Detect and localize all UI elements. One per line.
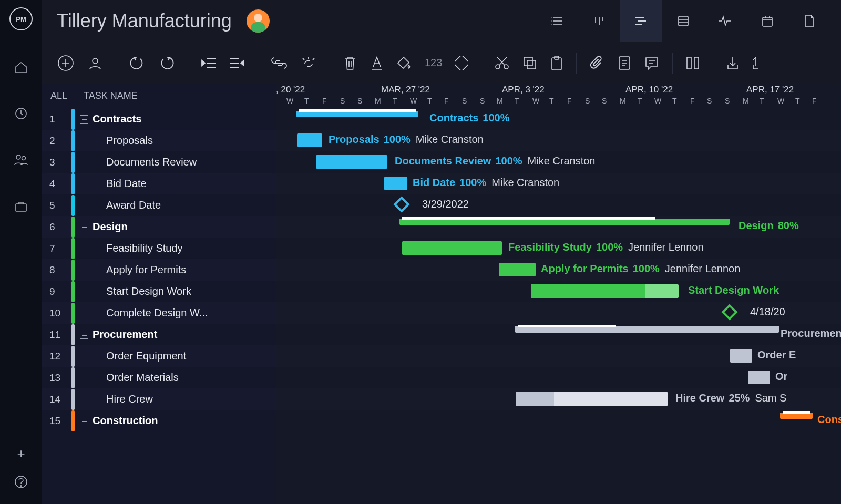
- collapse-icon[interactable]: [80, 223, 88, 231]
- task-name: Design: [93, 221, 128, 233]
- color-bar: [71, 303, 75, 324]
- bar-pct: 80%: [778, 220, 799, 231]
- briefcase-icon[interactable]: [14, 199, 28, 215]
- task-row[interactable]: 6 Design: [42, 216, 276, 238]
- task-row[interactable]: 5 Award Date: [42, 194, 276, 216]
- gantt-bar[interactable]: [730, 349, 752, 363]
- color-bar: [71, 281, 75, 302]
- gantt-group-bar[interactable]: [297, 111, 418, 117]
- milestone-label: 4/18/20: [750, 306, 785, 318]
- milestone-icon[interactable]: [721, 304, 737, 320]
- svg-rect-3: [16, 204, 26, 211]
- color-bar: [71, 324, 75, 345]
- row-number: 15: [49, 415, 71, 427]
- task-name: Hire Crew: [106, 393, 153, 405]
- gantt-bar[interactable]: [297, 133, 322, 147]
- priority-icon[interactable]: [455, 56, 468, 70]
- task-row[interactable]: 3 Documents Review: [42, 151, 276, 173]
- add-icon[interactable]: +: [17, 446, 25, 462]
- task-row[interactable]: 13 Order Materials: [42, 367, 276, 388]
- view-file-icon[interactable]: [788, 0, 830, 42]
- view-calendar-icon[interactable]: [746, 0, 788, 42]
- home-icon[interactable]: [14, 60, 28, 77]
- gantt-bar[interactable]: [316, 155, 387, 169]
- notes-icon[interactable]: [618, 55, 631, 71]
- fill-icon[interactable]: [396, 56, 412, 70]
- task-row[interactable]: 4 Bid Date: [42, 173, 276, 194]
- gantt-chart[interactable]: , 20 '22MAR, 27 '22APR, 3 '22APR, 10 '22…: [276, 84, 841, 504]
- unlink-icon[interactable]: [300, 56, 317, 70]
- copy-icon[interactable]: [522, 56, 537, 70]
- color-bar: [71, 410, 75, 431]
- column-all[interactable]: ALL: [50, 90, 73, 101]
- indent-icon[interactable]: [229, 56, 245, 70]
- bar-label: Procurement: [781, 327, 841, 339]
- task-row[interactable]: 12 Order Equipment: [42, 345, 276, 367]
- link-icon[interactable]: [271, 57, 288, 69]
- column-task-name[interactable]: TASK NAME: [84, 90, 138, 101]
- brand-logo[interactable]: PM: [9, 7, 33, 30]
- assignee-icon[interactable]: [87, 55, 103, 71]
- milestone-icon[interactable]: [393, 196, 409, 212]
- gantt-group-bar[interactable]: [400, 219, 729, 225]
- task-row[interactable]: 2 Proposals: [42, 130, 276, 151]
- people-icon[interactable]: [13, 152, 29, 169]
- redo-icon[interactable]: [158, 55, 175, 71]
- outdent-icon[interactable]: [201, 56, 217, 70]
- collapse-icon[interactable]: [80, 115, 88, 124]
- gantt-bar[interactable]: [384, 177, 407, 190]
- cut-icon[interactable]: [494, 56, 510, 70]
- view-sheet-icon[interactable]: [662, 0, 704, 42]
- row-number: 11: [49, 329, 71, 341]
- delete-icon[interactable]: [343, 55, 357, 71]
- attachment-icon[interactable]: [589, 55, 605, 71]
- view-board-icon[interactable]: [578, 0, 620, 42]
- bar-pct: 100%: [459, 177, 486, 188]
- gantt-bar[interactable]: [531, 284, 679, 298]
- task-row[interactable]: 8 Apply for Permits: [42, 259, 276, 281]
- collapse-icon[interactable]: [80, 331, 88, 339]
- task-row[interactable]: 7 Feasibility Study: [42, 238, 276, 259]
- svg-rect-13: [524, 57, 532, 66]
- export-icon[interactable]: [752, 56, 760, 70]
- task-row[interactable]: 9 Start Design Work: [42, 281, 276, 302]
- milestone-label: 3/29/2022: [422, 198, 469, 210]
- columns-icon[interactable]: [685, 56, 700, 70]
- task-name: Contracts: [93, 113, 141, 125]
- task-row[interactable]: 11 Procurement: [42, 324, 276, 345]
- gantt-bar[interactable]: [516, 392, 668, 406]
- gantt-group-bar[interactable]: [781, 413, 812, 419]
- undo-icon[interactable]: [129, 55, 146, 71]
- view-activity-icon[interactable]: [704, 0, 746, 42]
- gantt-bar[interactable]: [499, 263, 536, 276]
- task-list: ALL TASK NAME 1 Contracts2 Proposals3 Do…: [42, 84, 276, 504]
- task-name: Start Design Work: [106, 285, 191, 297]
- task-name: Complete Design W...: [106, 307, 208, 319]
- view-list-icon[interactable]: [536, 0, 578, 42]
- gantt-group-bar[interactable]: [516, 326, 778, 333]
- task-row[interactable]: 15 Construction: [42, 410, 276, 431]
- bar-label: Proposals: [329, 133, 380, 145]
- task-name: Construction: [93, 415, 158, 427]
- text-style-icon[interactable]: [370, 55, 384, 71]
- help-icon[interactable]: [14, 475, 28, 491]
- gantt-bar[interactable]: [748, 371, 770, 384]
- task-row[interactable]: 10 Complete Design W...: [42, 302, 276, 324]
- paste-icon[interactable]: [550, 55, 563, 71]
- task-name: Proposals: [106, 135, 153, 147]
- clock-icon[interactable]: [14, 106, 28, 123]
- import-icon[interactable]: [726, 56, 740, 70]
- svg-point-2: [22, 157, 26, 160]
- collapse-icon[interactable]: [80, 417, 88, 425]
- gantt-bar[interactable]: [402, 241, 502, 255]
- project-title: Tillery Manufacturing: [57, 10, 232, 32]
- comment-icon[interactable]: [644, 56, 660, 70]
- view-gantt-icon[interactable]: [620, 0, 662, 42]
- task-row[interactable]: 14 Hire Crew: [42, 388, 276, 410]
- row-number: 4: [49, 178, 71, 190]
- task-row[interactable]: 1 Contracts: [42, 108, 276, 130]
- task-header: ALL TASK NAME: [42, 84, 276, 108]
- avatar[interactable]: [247, 9, 270, 33]
- add-button[interactable]: [57, 54, 75, 72]
- bar-label: Contracts: [429, 112, 478, 124]
